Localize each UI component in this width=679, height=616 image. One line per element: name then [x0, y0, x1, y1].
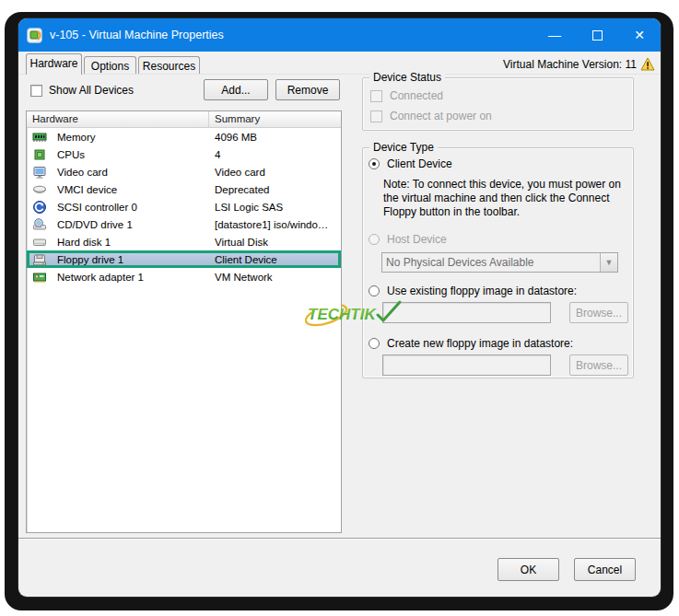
column-header-hardware[interactable]: Hardware	[27, 111, 209, 127]
cd-dvd-icon	[32, 217, 47, 232]
memory-icon	[32, 130, 47, 145]
existing-image-path-input[interactable]	[382, 302, 551, 323]
connect-at-power-on-checkbox[interactable]	[370, 110, 382, 122]
connected-option[interactable]: Connected	[370, 89, 443, 102]
device-summary: LSI Logic SAS	[215, 202, 283, 213]
vmci-icon	[32, 182, 47, 197]
show-all-devices[interactable]: Show All Devices	[30, 84, 134, 97]
create-new-label: Create new floppy image in datastore:	[387, 337, 573, 350]
new-image-path-input[interactable]	[382, 354, 551, 376]
device-summary: Client Device	[215, 254, 277, 265]
device-row[interactable]: CPUs 4	[27, 145, 341, 163]
create-new-option[interactable]: Create new floppy image in datastore:	[369, 337, 573, 350]
warning-icon	[640, 57, 655, 71]
device-row[interactable]: VMCI device Deprecated	[27, 180, 341, 198]
device-status-group: Device Status Connected Connect at power…	[362, 77, 634, 131]
device-name: VMCI device	[57, 184, 117, 195]
cpu-icon	[32, 147, 47, 162]
device-row[interactable]: Network adapter 1 VM Network	[27, 268, 341, 285]
use-existing-label: Use existing floppy image in datastore:	[387, 285, 577, 297]
maximize-button[interactable]	[589, 27, 605, 43]
device-name: Floppy drive 1	[57, 254, 123, 265]
vm-version: Virtual Machine Version: 11	[503, 57, 655, 71]
device-row[interactable]: Memory 4096 MB	[27, 128, 341, 145]
use-existing-radio[interactable]	[369, 285, 380, 296]
device-summary: 4096 MB	[215, 132, 257, 143]
vm-properties-dialog: v-105 - Virtual Machine Properties — ✕ H…	[18, 18, 661, 597]
device-summary: Deprecated	[215, 184, 269, 195]
video-card-icon	[32, 165, 47, 180]
device-row[interactable]: Video card Video card	[27, 163, 341, 180]
maximize-icon	[592, 30, 603, 41]
close-button[interactable]: ✕	[631, 27, 648, 43]
show-all-devices-label: Show All Devices	[49, 84, 134, 97]
hardware-list-header[interactable]: Hardware Summary	[27, 111, 341, 128]
device-name: Hard disk 1	[57, 237, 111, 248]
tab-hardware[interactable]: Hardware	[26, 53, 82, 75]
device-type-group: Device Type Client Device Note: To conne…	[362, 147, 634, 378]
minimize-button[interactable]: —	[546, 27, 563, 43]
device-row[interactable]: Hard disk 1 Virtual Disk	[27, 233, 341, 250]
browse-existing-button[interactable]: Browse...	[569, 302, 628, 323]
device-rows: Memory 4096 MB CPUs 4 Video card Video c…	[27, 128, 341, 285]
column-header-summary[interactable]: Summary	[209, 111, 260, 127]
use-existing-option[interactable]: Use existing floppy image in datastore:	[369, 285, 577, 297]
titlebar: v-105 - Virtual Machine Properties — ✕	[18, 18, 661, 52]
device-name: SCSI controller 0	[57, 202, 137, 213]
tab-options[interactable]: Options	[84, 56, 136, 75]
device-summary: 4	[215, 149, 220, 160]
hardware-list: Hardware Summary Memory 4096 MB CPUs 4 V…	[26, 110, 342, 533]
footer-separator	[18, 538, 661, 540]
device-summary: Virtual Disk	[215, 237, 268, 248]
device-name: Memory	[57, 132, 96, 143]
device-status-title: Device Status	[369, 71, 445, 84]
host-device-option[interactable]: Host Device	[369, 233, 447, 246]
connected-label: Connected	[390, 89, 443, 102]
hard-disk-icon	[32, 235, 47, 250]
window-title: v-105 - Virtual Machine Properties	[50, 29, 224, 41]
screenshot-stage: v-105 - Virtual Machine Properties — ✕ H…	[0, 0, 679, 616]
ok-button[interactable]: OK	[498, 558, 559, 581]
cancel-button[interactable]: Cancel	[574, 558, 636, 581]
tab-baseline	[18, 74, 661, 75]
connect-at-power-on-label: Connect at power on	[390, 110, 492, 122]
host-device-dropdown[interactable]: No Physical Devices Available ▼	[381, 252, 618, 273]
client-device-label: Client Device	[387, 157, 452, 170]
vmware-app-icon	[27, 28, 42, 43]
browse-new-button[interactable]: Browse...	[569, 354, 628, 376]
create-new-radio[interactable]	[369, 338, 380, 349]
floppy-icon	[32, 252, 47, 267]
tab-resources[interactable]: Resources	[138, 56, 200, 75]
device-type-title: Device Type	[369, 141, 438, 154]
device-name: Network adapter 1	[57, 272, 144, 283]
device-summary: Video card	[215, 167, 265, 178]
device-row[interactable]: Floppy drive 1 Client Device	[27, 250, 341, 268]
device-row[interactable]: CD/DVD drive 1 [datastore1] iso/windo…	[27, 215, 341, 233]
dropdown-arrow-icon: ▼	[600, 253, 617, 272]
host-device-dropdown-value: No Physical Devices Available	[382, 256, 600, 269]
device-summary: VM Network	[215, 272, 273, 283]
host-device-label: Host Device	[387, 233, 447, 246]
add-button[interactable]: Add...	[204, 79, 268, 100]
device-summary: [datastore1] iso/windo…	[215, 219, 328, 230]
device-name: Video card	[57, 167, 108, 178]
device-name: CPUs	[57, 149, 85, 160]
host-device-radio[interactable]	[369, 234, 380, 245]
scsi-icon	[32, 200, 47, 215]
show-all-devices-checkbox[interactable]	[30, 85, 42, 97]
connected-checkbox[interactable]	[370, 90, 382, 102]
device-name: CD/DVD drive 1	[57, 219, 133, 230]
client-device-option[interactable]: Client Device	[369, 157, 452, 170]
network-icon	[32, 270, 47, 285]
remove-button[interactable]: Remove	[275, 79, 340, 100]
connect-at-power-on-option[interactable]: Connect at power on	[370, 110, 492, 122]
vm-version-label: Virtual Machine Version: 11	[503, 58, 637, 71]
client-device-note: Note: To connect this device, you must p…	[383, 178, 625, 219]
device-row[interactable]: SCSI controller 0 LSI Logic SAS	[27, 198, 341, 215]
client-device-radio[interactable]	[369, 158, 380, 169]
